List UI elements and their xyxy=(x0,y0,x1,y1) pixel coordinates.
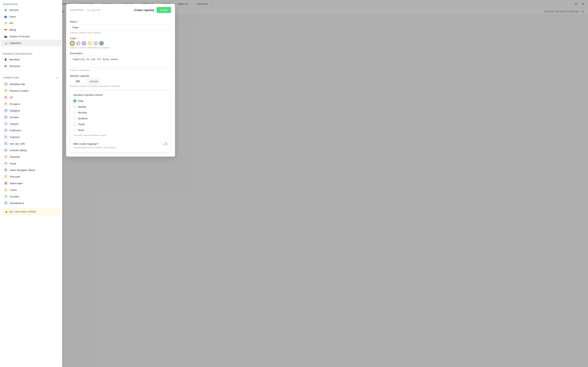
reverse-contact-icon: R xyxy=(4,89,8,93)
color-swatch-3[interactable] xyxy=(87,41,92,46)
color-swatch-2[interactable] xyxy=(82,41,86,46)
allocation-dropdown: Allocation expiration interval * Daily W… xyxy=(70,90,171,153)
smartlead-icon: S xyxy=(4,201,8,205)
connector-scrubby[interactable]: S Scrubby xyxy=(1,193,61,200)
g2-icon: G xyxy=(4,95,8,99)
datagma-icon: D xyxy=(4,108,8,112)
settings-billing[interactable]: 💳 Billing xyxy=(1,26,61,33)
name-group: Name * Choose a name to your capacity xyxy=(70,20,171,34)
settings-members[interactable]: 👤 Members xyxy=(1,56,61,63)
connector-icypeas[interactable]: I Icypeas xyxy=(1,120,61,127)
settings-api[interactable]: 🔑 API xyxy=(1,20,61,26)
records-label: records xyxy=(87,78,101,84)
color-swatch-5[interactable] xyxy=(99,41,104,46)
connector-cognism[interactable]: C Cognism xyxy=(1,134,61,140)
connector-fullenrich[interactable]: F FullEnrich xyxy=(1,127,61,134)
no-capacities-label: No capacities xyxy=(87,9,101,11)
outreach-connector-icon: O xyxy=(4,155,8,159)
divider1 xyxy=(3,48,59,48)
connector-sales-nav[interactable]: S Sales Navigator (Beta) xyxy=(1,167,61,173)
toggle-thumb xyxy=(162,142,165,145)
color-required: * xyxy=(77,37,78,40)
allocation-label: Allocation expiration interval * xyxy=(70,93,171,98)
connector-firecrawl[interactable]: F Firecrawl xyxy=(1,173,61,180)
connector-reverse-contact[interactable]: R Reverse Contact xyxy=(1,87,61,94)
connector-enrowio[interactable]: E Enrowio xyxy=(1,114,61,120)
modal-header: CAPACITIES No capacities Create capacity… xyxy=(66,4,175,16)
connector-lusha[interactable]: L Lusha xyxy=(1,186,61,193)
capacity-hint: Maximum number of records to allocate to… xyxy=(70,85,171,87)
connector-prospero[interactable]: P Prospero xyxy=(1,101,61,107)
color-hint: Choose a color to represent your capacit… xyxy=(70,46,171,49)
territories-icon: 🗺️ xyxy=(4,64,7,68)
model-mapping-toggle[interactable] xyxy=(162,142,168,146)
connector-smartlead[interactable]: S Smartlead.ai xyxy=(1,200,61,206)
fullenrich-icon: F xyxy=(4,128,8,132)
workspace-label: WORKSPACE xyxy=(0,0,62,7)
allocation-quaterly[interactable]: Quaterly xyxy=(70,115,171,121)
color-options xyxy=(70,41,171,46)
api-icon: 🔑 xyxy=(4,21,7,25)
allocation-yearly[interactable]: Yearly xyxy=(70,121,171,127)
settings-panel: WORKSPACE ⚙️ General 👥 Users 🔑 API 💳 Bil… xyxy=(0,0,62,367)
sales-nav-connector-icon: S xyxy=(4,168,8,172)
name-input[interactable] xyxy=(70,24,171,31)
name-hint: Choose a name to your capacity xyxy=(70,32,171,34)
connector-raw-api[interactable]: — raw_api_calls xyxy=(1,140,61,147)
users-icon: 👥 xyxy=(4,15,7,18)
capacity-input[interactable] xyxy=(70,78,85,84)
connector-datagma[interactable]: D Datagma xyxy=(1,107,61,114)
billing-icon: 💳 xyxy=(4,28,7,32)
settings-general[interactable]: ⚙️ General xyxy=(1,7,61,13)
color-group: Color * Choose a color to represent your… xyxy=(70,37,171,49)
prospero-icon: P xyxy=(4,102,8,106)
icypeas-icon: I xyxy=(4,122,8,126)
color-label: Color * xyxy=(70,37,171,40)
name-label: Name * xyxy=(70,20,171,23)
linkedin-icon: in xyxy=(4,148,8,152)
credits-icon: 💰 xyxy=(5,210,8,213)
settings-system-of-records[interactable]: 🗃️ System of records xyxy=(1,33,61,40)
daily-radio xyxy=(73,99,77,102)
allocation-none[interactable]: None xyxy=(70,127,171,133)
capacities-icon: 📊 xyxy=(4,41,7,45)
add-connector-button[interactable]: + xyxy=(55,76,59,80)
description-group: Description Capacity to use for busy sea… xyxy=(70,52,171,71)
create-capacity-modal: CAPACITIES No capacities Create capacity… xyxy=(66,4,175,157)
connector-workflow-http[interactable]: — Workflow http xyxy=(1,81,61,87)
allocation-hint: Time after which allocations expire xyxy=(70,133,171,137)
credits-text: 100 / 100 credits (+55643) xyxy=(9,210,36,213)
connector-kaspr[interactable]: K Kaspr xyxy=(1,160,61,167)
revenue-org-label: REVENUE ORGANIZATION xyxy=(0,50,62,56)
connectors-label: CONNECTORS xyxy=(3,76,19,79)
color-swatch-0[interactable] xyxy=(70,41,75,46)
connector-webscraper[interactable]: w webscraper xyxy=(1,180,61,186)
capacities-section-label: CAPACITIES xyxy=(70,9,84,11)
connector-g2[interactable]: G G2 xyxy=(1,94,61,101)
description-hint: Choose a description xyxy=(70,69,171,71)
workflow-http-icon: — xyxy=(4,82,8,86)
allocation-weekly[interactable]: Weekly xyxy=(70,104,171,109)
webscraper-connector-icon: w xyxy=(4,181,8,185)
enrowio-icon: E xyxy=(4,115,8,119)
description-label: Description xyxy=(70,52,171,55)
settings-capacities[interactable]: 📊 Capacities xyxy=(1,40,61,46)
color-swatch-1[interactable] xyxy=(76,41,80,46)
connector-outreach[interactable]: O Outreach xyxy=(1,153,61,160)
create-capacity-button[interactable]: Create xyxy=(156,7,171,13)
settings-users[interactable]: 👥 Users xyxy=(1,13,61,20)
credits-badge[interactable]: 💰 100 / 100 credits (+55643) xyxy=(2,209,60,215)
allocation-daily[interactable]: Daily xyxy=(70,98,171,104)
member-capacity-label: Member capacity xyxy=(70,75,171,77)
connector-linkedin[interactable]: in LinkedIn (Beta) xyxy=(1,147,61,153)
allocation-monthly[interactable]: Monthly xyxy=(70,109,171,115)
allocation-required: * xyxy=(103,94,104,96)
member-capacity-row: records xyxy=(70,78,171,84)
modal-header-left: CAPACITIES No capacities xyxy=(70,9,101,11)
description-input[interactable]: Capacity to use for busy seasn xyxy=(70,56,171,68)
model-mapping-required: * xyxy=(99,142,100,145)
modal-header-right: Create capacity Create xyxy=(134,7,171,13)
model-mapping-row: With model mapping? * xyxy=(70,141,171,146)
settings-territories[interactable]: 🗺️ Territories xyxy=(1,63,61,69)
color-swatch-4[interactable] xyxy=(93,41,98,46)
